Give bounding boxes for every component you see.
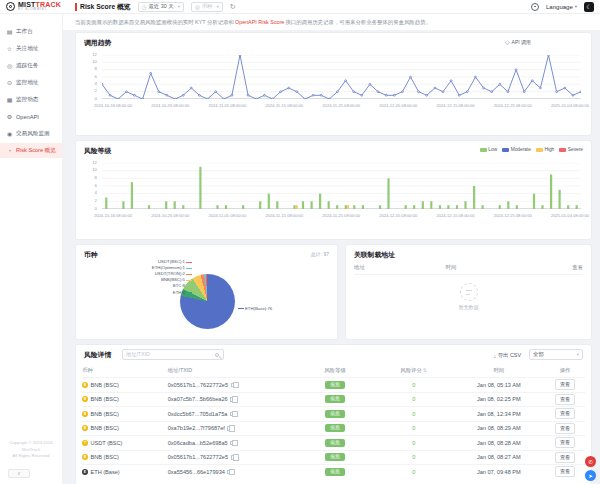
risk-level-cell: 低危	[295, 424, 375, 432]
sort-icon[interactable]: ⇅	[423, 367, 427, 373]
export-csv-button[interactable]: ↓ 导出 CSV	[493, 352, 521, 359]
level-filter-value: 全部	[533, 351, 544, 358]
risk-score-cell: 0	[375, 411, 453, 417]
sidebar-item-tx-risk-monitor[interactable]: ◉交易风险监测	[0, 126, 62, 141]
x-tick-label: 2024-12-25 08:00:00	[494, 213, 532, 218]
pie-label-text: USDT(BSC):1	[158, 260, 185, 265]
refresh-icon[interactable]: ↻	[230, 3, 236, 10]
sidebar-item-trace-task[interactable]: ◎追踪任务	[0, 58, 62, 73]
address-text: 0x05617b1...7622772e5	[168, 382, 228, 388]
coin-filter-select[interactable]: ◎ 币种 ▾	[191, 2, 223, 12]
risk-bar-chart	[102, 163, 581, 209]
currency-total: 总计: 97	[311, 251, 329, 257]
y-tick-label: 0	[95, 97, 97, 101]
x-tick-label: 2024-11-05 08:00:00	[208, 213, 246, 218]
pie-leader-line	[186, 262, 192, 263]
risk-level-badge: 低危	[325, 410, 345, 418]
workbench-icon: ▤	[6, 28, 13, 35]
currency-cell: EETH (Base)	[82, 469, 168, 475]
currency-label: BNB (BSC)	[91, 411, 119, 417]
pie-label: USDT(TRON):2	[155, 272, 192, 277]
view-button[interactable]: 查看	[555, 423, 575, 434]
empty-text: 暂无数据	[459, 304, 479, 310]
action-cell: 查看	[545, 437, 585, 448]
date-range-select[interactable]: ◷ 最近 30 天 ▾	[138, 2, 184, 12]
currency-label: USDT (BSC)	[91, 440, 123, 446]
legend-label: Low	[488, 147, 497, 152]
view-button[interactable]: 查看	[555, 394, 575, 405]
page-title-block: Risk Score 概览	[75, 2, 131, 12]
language-select[interactable]: Language ▾	[546, 4, 577, 10]
scan-icon[interactable]	[531, 3, 539, 11]
detail-col-2: 风险等级	[295, 367, 375, 374]
action-cell: 查看	[545, 394, 585, 405]
sidebar-collapse-button[interactable]: ‹	[8, 469, 30, 478]
risk-detail-title: 风险详情	[84, 350, 111, 360]
logo[interactable]: MIST TRACK BY SLOWMIST	[6, 1, 61, 11]
copy-icon[interactable]	[230, 412, 234, 417]
detail-col-0: 币种	[82, 367, 168, 374]
view-button[interactable]: 查看	[555, 452, 575, 463]
copy-icon[interactable]	[230, 397, 234, 402]
sidebar-item-label: 工作台	[16, 28, 33, 36]
pie-label: ETH:4	[173, 291, 192, 296]
sidebar-item-openapi[interactable]: ⚙OpenAPI	[0, 109, 62, 124]
coin-icon: B	[82, 382, 88, 388]
pie-label-text: USDT(TRON):2	[155, 272, 185, 277]
risk-level-cell: 低危	[295, 453, 375, 461]
download-icon: ↓	[493, 353, 496, 359]
copy-icon[interactable]	[231, 383, 235, 388]
x-tick-label: 2024-10-16 08:00:00	[94, 213, 132, 218]
time-cell: Jan 07, 09:48 PM	[453, 469, 546, 475]
time-cell: Jan 08, 02:25 PM	[453, 396, 546, 402]
risk-score-overview-icon: ◔	[6, 148, 13, 154]
openapi-icon: ⚙	[6, 113, 13, 120]
legend-label: Severe	[568, 147, 583, 152]
sidebar-item-workbench[interactable]: ▤工作台	[0, 24, 62, 39]
trace-task-icon: ◎	[6, 62, 13, 69]
legend-item-low[interactable]: Low	[480, 147, 497, 152]
customer-service-button[interactable]: ✆	[585, 456, 596, 467]
sidebar-item-watch-address[interactable]: ☆关注地址	[0, 41, 62, 56]
y-tick-label: 10	[92, 168, 97, 172]
currency-cell: BBNB (BSC)	[82, 425, 168, 431]
sidebar-item-monitor-activity[interactable]: ▦监控动态	[0, 92, 62, 107]
view-button[interactable]: 查看	[555, 379, 575, 390]
copy-icon[interactable]	[227, 426, 231, 431]
sidebar-item-risk-score-overview[interactable]: ◔Risk Score 概览	[0, 143, 62, 158]
legend-item-moderate[interactable]: Moderate	[502, 147, 531, 152]
address-cell: 0xdcc5b67...705d1a75a	[168, 411, 296, 417]
legend-item-severe[interactable]: Severe	[559, 147, 583, 152]
search-placeholder: 地址/TXID	[126, 351, 150, 358]
search-icon	[215, 353, 219, 357]
search-input[interactable]: 地址/TXID	[122, 349, 224, 360]
risk-score-cell: 0	[375, 396, 453, 402]
copy-icon[interactable]	[227, 470, 231, 475]
detail-col-4: 时间	[453, 367, 546, 374]
trend-legend-label: API 调用	[512, 39, 531, 45]
trend-legend[interactable]: ◇ API 调用	[505, 39, 531, 45]
view-button[interactable]: 查看	[555, 437, 575, 448]
view-button[interactable]: 查看	[555, 408, 575, 419]
view-button[interactable]: 查看	[555, 466, 575, 477]
y-tick-label: 8	[95, 67, 97, 71]
risk-level-badge: 低危	[325, 395, 345, 403]
copy-icon[interactable]	[230, 441, 234, 446]
copy-icon[interactable]	[231, 455, 235, 460]
sidebar-item-monitor-address[interactable]: ⊙监控地址	[0, 75, 62, 90]
telegram-button[interactable]: ➤	[585, 470, 596, 481]
detail-table-body: BBNB (BSC)0x05617b1...7622772e5低危0Jan 08…	[82, 377, 585, 479]
x-tick-label: 2024-11-15 08:00:00	[265, 103, 303, 108]
address-text: 0x05617b1...7622772e5	[168, 454, 228, 460]
moon-icon: ☾	[586, 3, 591, 10]
risk-score-value: 0	[412, 454, 415, 460]
risk-score-cell: 0	[375, 454, 453, 460]
legend-item-high[interactable]: High	[536, 147, 554, 152]
address-cell: 0xa55456...66e179934	[168, 469, 296, 475]
level-filter-select[interactable]: 全部 ▾	[529, 349, 583, 360]
page-title: Risk Score 概览	[80, 2, 131, 12]
coin-icon: B	[82, 454, 88, 460]
address-cell: 0xa07c5b7...5b66bea26	[168, 396, 296, 402]
dark-mode-toggle[interactable]: ☾	[584, 2, 594, 12]
diamond-marker-icon: ◇	[505, 39, 510, 45]
